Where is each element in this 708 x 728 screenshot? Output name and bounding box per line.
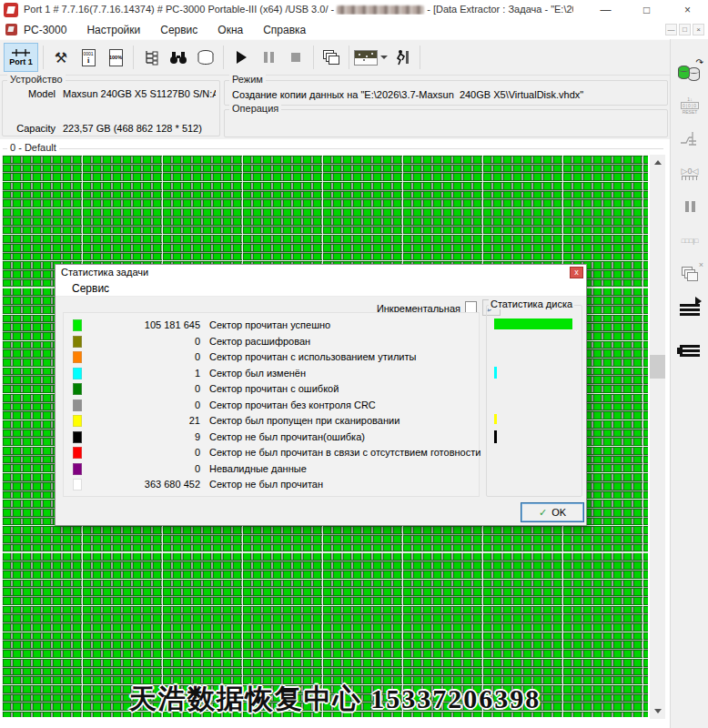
- port-icon: [11, 49, 31, 56]
- bus-play-icon: [680, 304, 700, 317]
- sector-count: 0: [100, 383, 200, 394]
- device-capacity-row: Capacity223,57 GB (468 862 128 * 512): [8, 123, 202, 134]
- watermark-text: 天浩数据恢复中心 15337206398: [0, 681, 670, 718]
- device-model-row: ModelMaxsun 240GB X5 S1127B0 S/N:AA00000…: [8, 88, 216, 99]
- stat-row: 0Сектор прочитан с использованием утилит…: [64, 350, 479, 366]
- window-titlebar[interactable]: Port 1 # 7.7.16(7.7.16.14374) # PC-3000 …: [0, 0, 708, 20]
- stat-row: 0Сектор не был прочитан в связи с отсутс…: [64, 446, 479, 461]
- chip-icon: □□□|□: [682, 238, 699, 244]
- map-group-label: 0 - Default: [7, 142, 59, 153]
- legend-color-swatch: [73, 383, 82, 395]
- sector-label: Сектор расшифрован: [209, 336, 310, 347]
- scroll-up-button[interactable]: [650, 155, 665, 170]
- toolbar-separator: [420, 46, 420, 69]
- operation-group-label: Операция: [229, 103, 281, 114]
- disk-stats-bars: [487, 306, 582, 496]
- sector-label: Сектор не был прочитан: [209, 479, 323, 490]
- arrow-up-icon: [654, 160, 662, 165]
- power-scheme-button[interactable]: [675, 124, 704, 155]
- dialog-menu-service[interactable]: Сервис: [72, 282, 109, 295]
- search-button[interactable]: [166, 44, 191, 71]
- stat-row: 0Сектор прочитан без контроля CRC: [64, 399, 479, 414]
- start-button[interactable]: [228, 44, 254, 71]
- toolbar-separator: [43, 46, 44, 69]
- progress-report-button[interactable]: 100%: [103, 44, 128, 71]
- mdi-restore-button[interactable]: □: [679, 24, 691, 35]
- chip-config-button[interactable]: □□□|□: [675, 225, 704, 256]
- scrollbar-thumb[interactable]: [650, 355, 665, 379]
- binoculars-icon: [169, 50, 187, 65]
- stat-row: 0Невалидные данные: [64, 462, 479, 478]
- stat-row: 1Сектор был изменён: [64, 367, 479, 382]
- stop-icon: [291, 53, 300, 62]
- disk-stat-bar: [494, 367, 497, 379]
- sector-label: Сектор прочитан с ошибкой: [209, 383, 339, 394]
- sector-count: 0: [100, 447, 200, 458]
- delete-tasks-button[interactable]: ×: [675, 258, 704, 289]
- stat-row: 0Сектор расшифрован: [64, 335, 479, 350]
- maximize-button[interactable]: □: [626, 0, 667, 20]
- dialog-titlebar[interactable]: Статистика задачи x: [56, 265, 586, 280]
- vertical-scrollbar[interactable]: [650, 155, 665, 719]
- menu-windows[interactable]: Окна: [217, 24, 243, 36]
- tree-icon: [143, 49, 159, 66]
- tools-icon: ⚒: [55, 49, 67, 66]
- reset-counter-button[interactable]: 1↓ 0|0|0 RESET: [675, 90, 704, 121]
- stat-row: 105 181 645Сектор прочитан успешно: [64, 318, 479, 334]
- sector-label: Невалидные данные: [209, 463, 307, 474]
- dialog-close-button[interactable]: x: [570, 267, 583, 278]
- disk-statistics-groupbox: Статистика диска: [486, 305, 582, 497]
- bus-config-button[interactable]: [675, 336, 704, 367]
- ok-button[interactable]: ✓ OK: [521, 502, 584, 522]
- sector-count: 0: [100, 399, 200, 410]
- toolbar-separator: [223, 46, 224, 69]
- percent-page-icon: 100%: [109, 49, 123, 66]
- toolbar-separator: [349, 46, 349, 69]
- bus-icon: [680, 345, 700, 358]
- stop-button[interactable]: [283, 44, 308, 71]
- legend-color-swatch: [73, 351, 82, 363]
- sector-count: 0: [100, 336, 200, 347]
- x-badge-icon: ×: [699, 260, 703, 269]
- task-statistics-dialog: Статистика задачи x Сервис Инкрементальн…: [55, 264, 587, 526]
- counter-icon: 0|0|0: [681, 102, 699, 109]
- menu-help[interactable]: Справка: [263, 24, 306, 36]
- menu-settings[interactable]: Настройки: [86, 24, 140, 36]
- window-title: Port 1 # 7.7.16(7.7.16.14374) # PC-3000 …: [24, 4, 573, 15]
- menu-service[interactable]: Сервис: [160, 24, 197, 36]
- sector-label: Сектор был изменён: [209, 368, 306, 379]
- task-tree-button[interactable]: [138, 44, 164, 71]
- script-log-button[interactable]: 0001i: [76, 44, 101, 71]
- data-copy-button[interactable]: ↷: [675, 56, 704, 87]
- sector-count: 0: [100, 463, 200, 474]
- sector-count: 105 181 645: [100, 319, 200, 330]
- play-icon: [237, 51, 247, 64]
- mdi-minimize-button[interactable]: —: [665, 24, 677, 35]
- pc3000-window: Port 1 # 7.7.16(7.7.16.14374) # PC-3000 …: [0, 0, 708, 728]
- mdi-close-button[interactable]: ×: [693, 24, 704, 35]
- oscilloscope-button[interactable]: ▷0◁: [675, 157, 704, 188]
- mdi-child-icon[interactable]: [5, 24, 17, 35]
- close-button[interactable]: ×: [667, 0, 708, 20]
- map-view-button[interactable]: [354, 44, 388, 71]
- device-model-value: Maxsun 240GB X5 S1127B0 S/N:AA000000: [63, 88, 216, 99]
- bus-run-button[interactable]: [675, 295, 704, 326]
- legend-color-swatch: [73, 336, 82, 348]
- running-man-exit-icon: [394, 49, 410, 66]
- operation-groupbox: Операция: [224, 109, 668, 137]
- menu-bar: PC-3000 Настройки Сервис Окна Справка — …: [0, 20, 708, 39]
- port1-button[interactable]: Port 1: [4, 43, 38, 72]
- minimize-button[interactable]: —: [585, 0, 626, 20]
- data-storage-button[interactable]: [193, 44, 218, 71]
- menu-pc3000[interactable]: PC-3000: [24, 24, 66, 36]
- layers-icon: [323, 50, 339, 65]
- right-toolbar: ↷ 1↓ 0|0|0 RESET ▷0◁ □□□|□ ×: [670, 39, 708, 728]
- pause-button[interactable]: [256, 44, 281, 71]
- stat-row: 21Сектор был пропущен при сканировании: [64, 414, 479, 430]
- copy-tasks-button[interactable]: [319, 44, 344, 71]
- ruler-icon: [682, 176, 698, 180]
- pause-task-button[interactable]: [675, 191, 704, 222]
- utility-tools-button[interactable]: ⚒: [48, 44, 74, 71]
- exit-task-button[interactable]: [389, 44, 415, 71]
- chevron-down-icon[interactable]: [380, 56, 388, 59]
